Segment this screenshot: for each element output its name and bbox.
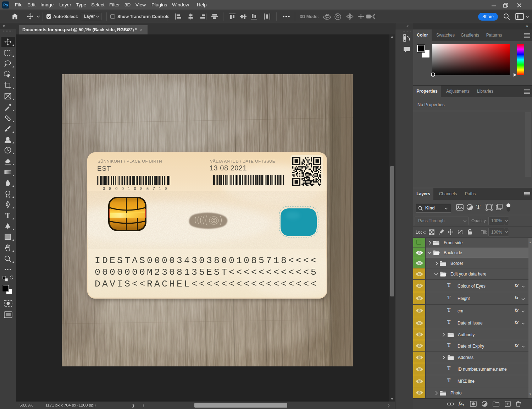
- svg-text:13 08 2021: 13 08 2021: [210, 164, 247, 172]
- svg-text:IDESTAS0000343038001085718<<<<: IDESTAS0000343038001085718<<<<: [95, 255, 318, 266]
- svg-text:T: T: [5, 212, 10, 219]
- svg-text:VÄLJA ANTUD / DATE OF ISSUE: VÄLJA ANTUD / DATE OF ISSUE: [210, 159, 275, 163]
- svg-text:DAVIS<<RACHEL<<<<<<<<<<<<<<<<<: DAVIS<<RACHEL<<<<<<<<<<<<<<<<<: [95, 279, 318, 289]
- svg-text:0000000M2308135EST<<<<<<<<<<<5: 0000000M2308135EST<<<<<<<<<<<5: [95, 267, 318, 278]
- svg-text:EST: EST: [97, 165, 111, 172]
- svg-text:SÜNNIKOHT / PLACE OF BIRTH: SÜNNIKOHT / PLACE OF BIRTH: [98, 159, 162, 163]
- svg-text:3 8 0 0 1 0 8 5 7 1 8: 3 8 0 0 1 0 8 5 7 1 8: [103, 186, 169, 191]
